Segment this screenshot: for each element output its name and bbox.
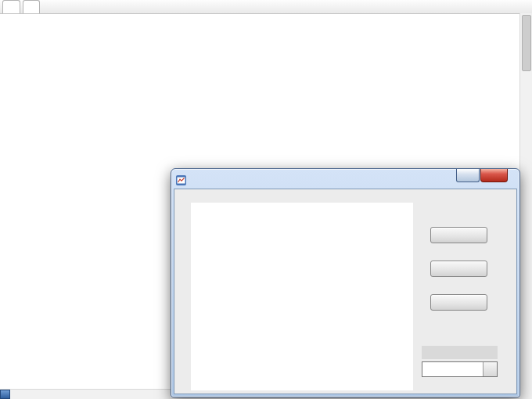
data-popup-menu[interactable] [422,361,498,377]
figure-client-area [174,189,517,394]
select-data-label [422,346,498,359]
dropdown-arrow-icon[interactable] [483,362,497,376]
editor-tab-bar [0,0,532,14]
close-button[interactable] [480,169,508,182]
vertical-scrollbar-thumb[interactable] [522,15,531,71]
tab-simple-gui2[interactable] [2,0,20,13]
window-icon [176,175,186,185]
plot-canvas [191,203,413,390]
editor-corner-button[interactable] [0,390,10,399]
axes-panel [191,203,413,390]
figure-titlebar[interactable] [174,171,517,189]
contour-button[interactable] [430,294,487,311]
surf-button[interactable] [430,227,487,243]
minimize-button[interactable] [456,169,480,182]
figure-window [171,168,520,397]
new-tab-button[interactable] [23,0,40,13]
window-controls [456,169,508,182]
vertical-scrollbar[interactable] [519,13,532,399]
mesh-button[interactable] [430,261,487,277]
